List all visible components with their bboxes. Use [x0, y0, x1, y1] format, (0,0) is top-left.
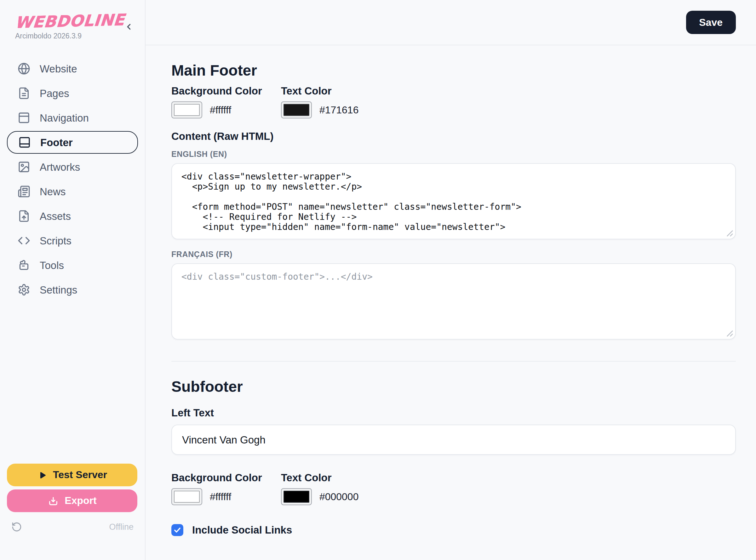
- color-swatch: [174, 491, 200, 503]
- subfooter-text-color-field: Text Color #000000: [281, 472, 359, 505]
- subfooter-background-color-picker[interactable]: [171, 488, 202, 505]
- sidebar-item-label: Navigation: [40, 112, 89, 124]
- sidebar-item-label: Tools: [40, 259, 64, 271]
- footer-settings-form: Main Footer Background Color #ffffff Tex…: [145, 45, 736, 536]
- newspaper-icon: [18, 185, 30, 198]
- sidebar-item-label: Artworks: [40, 161, 80, 173]
- sidebar-header: WEBDOLINE Arcimboldo 2026.3.9: [0, 0, 145, 39]
- content-raw-html-label: Content (Raw HTML): [171, 131, 736, 142]
- collapse-sidebar-icon[interactable]: [124, 22, 134, 32]
- french-content-textarea[interactable]: [171, 263, 736, 340]
- include-social-links-row: Include Social Links: [171, 524, 736, 536]
- subfooter-text-color-picker[interactable]: [281, 488, 312, 505]
- export-button[interactable]: Export: [7, 489, 137, 512]
- main-footer-text-color-picker[interactable]: [281, 101, 312, 118]
- text-color-label: Text Color: [281, 85, 359, 97]
- reset-icon[interactable]: [11, 522, 22, 532]
- color-swatch: [283, 104, 309, 116]
- sidebar-footer: Test Server Export Offline: [7, 464, 137, 532]
- sidebar-item-label: Website: [40, 63, 77, 75]
- color-swatch: [174, 104, 200, 116]
- sidebar-item-label: Settings: [40, 284, 77, 296]
- section-divider: [171, 361, 736, 362]
- sidebar-item-label: Footer: [40, 136, 73, 148]
- sidebar-item-news[interactable]: News: [0, 179, 145, 204]
- file-up-icon: [18, 210, 30, 222]
- text-color-hex: #171616: [319, 104, 359, 116]
- test-server-button[interactable]: Test Server: [7, 464, 137, 486]
- app-logo: WEBDOLINE: [14, 11, 125, 31]
- app-window: WEBDOLINE Arcimboldo 2026.3.9 Website Pa…: [0, 0, 756, 560]
- status-row: Offline: [7, 522, 137, 532]
- sidebar-item-label: Pages: [40, 87, 69, 99]
- left-text-label: Left Text: [171, 407, 736, 419]
- include-social-links-checkbox[interactable]: [171, 524, 183, 536]
- code-icon: [18, 234, 30, 247]
- panel-top-icon: [18, 112, 30, 124]
- main-footer-background-color-picker[interactable]: [171, 101, 202, 118]
- main-panel: Save Main Footer Background Color #fffff…: [145, 0, 756, 560]
- sidebar-item-navigation[interactable]: Navigation: [0, 105, 145, 130]
- sidebar-item-assets[interactable]: Assets: [0, 204, 145, 228]
- french-lang-label: FRANÇAIS (FR): [171, 250, 736, 259]
- main-footer-text-color-field: Text Color #171616: [281, 85, 359, 118]
- test-server-label: Test Server: [53, 469, 107, 481]
- image-icon: [18, 161, 30, 173]
- sidebar-item-label: Assets: [40, 210, 71, 222]
- sidebar-item-pages[interactable]: Pages: [0, 81, 145, 105]
- play-icon: [37, 470, 47, 480]
- globe-icon: [18, 62, 30, 75]
- connection-status: Offline: [109, 522, 134, 532]
- background-color-hex: #ffffff: [210, 491, 231, 502]
- panel-bottom-icon: [18, 136, 31, 149]
- topbar: Save: [145, 0, 756, 45]
- sidebar-item-settings[interactable]: Settings: [0, 278, 145, 302]
- main-footer-background-color-field: Background Color #ffffff: [171, 85, 262, 118]
- include-social-links-label: Include Social Links: [192, 524, 292, 536]
- text-color-label: Text Color: [281, 472, 359, 484]
- sidebar-nav: Website Pages Navigation Footer Artworks…: [0, 56, 145, 302]
- sidebar-item-label: News: [40, 185, 66, 198]
- app-version: Arcimboldo 2026.3.9: [15, 32, 124, 39]
- sidebar-item-artworks[interactable]: Artworks: [0, 155, 145, 179]
- download-icon: [47, 496, 58, 506]
- sidebar: WEBDOLINE Arcimboldo 2026.3.9 Website Pa…: [0, 0, 145, 560]
- section-title-subfooter: Subfooter: [171, 378, 736, 396]
- text-color-hex: #000000: [319, 491, 359, 502]
- subfooter-background-color-field: Background Color #ffffff: [171, 472, 262, 505]
- sidebar-item-tools[interactable]: Tools: [0, 253, 145, 278]
- sidebar-item-footer[interactable]: Footer: [7, 131, 138, 154]
- toolbox-icon: [18, 259, 30, 272]
- color-swatch: [283, 491, 309, 503]
- left-text-input[interactable]: [171, 424, 736, 455]
- export-label: Export: [64, 495, 96, 506]
- section-title-main-footer: Main Footer: [171, 62, 736, 79]
- background-color-hex: #ffffff: [210, 104, 231, 116]
- save-button[interactable]: Save: [686, 11, 736, 34]
- background-color-label: Background Color: [171, 85, 262, 97]
- sidebar-item-label: Scripts: [40, 235, 72, 247]
- english-lang-label: ENGLISH (EN): [171, 150, 736, 159]
- sidebar-item-scripts[interactable]: Scripts: [0, 228, 145, 253]
- subfooter-color-row: Background Color #ffffff Text Color: [171, 472, 736, 505]
- file-text-icon: [18, 87, 30, 100]
- sidebar-item-website[interactable]: Website: [0, 56, 145, 81]
- english-content-textarea[interactable]: <div class="newsletter-wrapper"> <p>Sign…: [171, 163, 736, 239]
- background-color-label: Background Color: [171, 472, 262, 484]
- main-footer-color-row: Background Color #ffffff Text Color: [171, 85, 736, 118]
- gear-icon: [18, 283, 30, 296]
